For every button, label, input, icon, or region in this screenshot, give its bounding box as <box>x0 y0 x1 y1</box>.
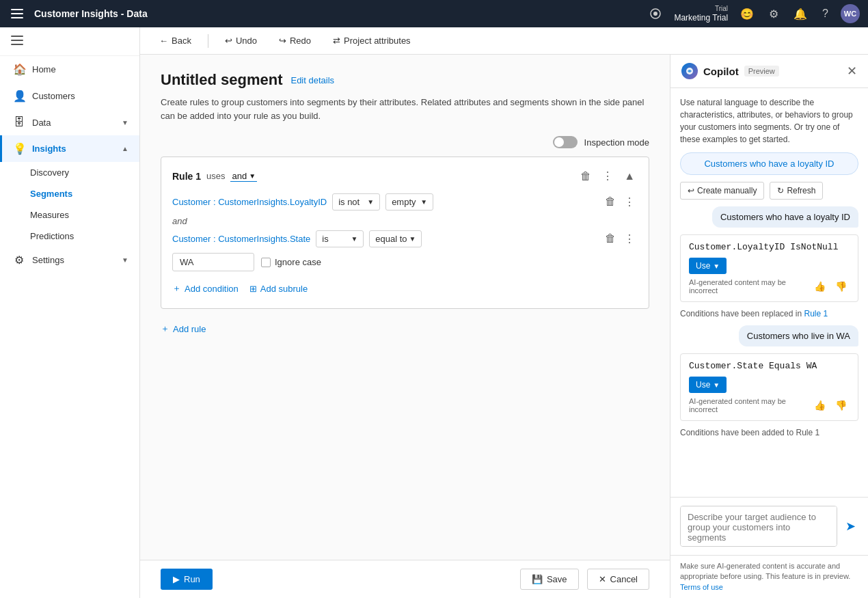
copilot-close-button[interactable]: ✕ <box>847 64 857 79</box>
back-button[interactable]: ← Back <box>154 33 197 49</box>
avatar[interactable]: WC <box>841 4 860 23</box>
op-chevron-2: ▼ <box>351 235 357 243</box>
sidebar-sub-discovery[interactable]: Discovery <box>30 162 139 183</box>
undo-icon: ↩ <box>225 36 232 46</box>
smiley-icon[interactable]: 😊 <box>737 5 757 23</box>
condition-2-val[interactable]: equal to ▼ <box>369 230 422 247</box>
copilot-chip-loyalty[interactable]: Customers who have a loyalty ID <box>680 152 858 175</box>
val-chevron-1: ▼ <box>420 198 427 206</box>
insights-sub-menu: Discovery Segments Measures Predictions <box>0 162 139 247</box>
svg-rect-1 <box>11 13 23 14</box>
redo-button[interactable]: ↪ Redo <box>273 33 316 49</box>
add-rule-plus-icon: ＋ <box>161 323 169 335</box>
rule-collapse-icon[interactable]: ▲ <box>621 169 638 184</box>
rule-link-1[interactable]: Rule 1 <box>804 309 828 318</box>
thumbs-up-2[interactable]: 👍 <box>811 398 828 412</box>
add-subrule-icon: ⊞ <box>249 284 257 294</box>
copilot-send-button[interactable]: ➤ <box>843 516 858 536</box>
ai-code-1: Customer.LoyaltyID IsNotNull <box>689 242 850 252</box>
hamburger-icon[interactable] <box>8 6 26 21</box>
settings-expand-icon: ▼ <box>122 256 128 264</box>
sidebar-sub-measures[interactable]: Measures <box>30 204 139 226</box>
ignore-case-row: Ignore case <box>261 257 321 267</box>
condition-1-op[interactable]: is not ▼ <box>332 193 380 210</box>
thumbs-down-1[interactable]: 👎 <box>832 280 850 293</box>
val-chevron-2: ▼ <box>409 235 416 243</box>
ai-code-2: Customer.State Equals WA <box>689 361 850 371</box>
sidebar-item-insights[interactable]: 💡 Insights ▲ <box>0 135 139 162</box>
cortana-icon[interactable] <box>647 5 664 23</box>
inspection-toggle[interactable] <box>553 136 578 148</box>
sidebar-sub-segments[interactable]: Segments <box>30 183 139 204</box>
sidebar-item-home[interactable]: 🏠 Home <box>0 56 139 83</box>
condition-1-val[interactable]: empty ▼ <box>385 193 433 210</box>
project-attributes-button[interactable]: ⇄ Project attributes <box>327 33 416 49</box>
redo-icon: ↪ <box>279 36 286 46</box>
use-button-1[interactable]: Use ▼ <box>689 258 727 274</box>
copilot-input[interactable] <box>680 506 837 547</box>
user-message-1: Customers who have a loyalty ID <box>712 206 858 228</box>
sidebar-item-customers[interactable]: 👤 Customers <box>0 83 139 109</box>
sidebar-sub-predictions[interactable]: Predictions <box>30 226 139 247</box>
rule-header-actions: 🗑 ⋮ ▲ <box>578 168 638 184</box>
condition-1-delete-icon[interactable]: 🗑 <box>602 194 619 210</box>
sidebar-hamburger[interactable] <box>0 27 139 56</box>
add-condition-plus-icon: ＋ <box>172 282 181 295</box>
sidebar-item-home-label: Home <box>32 64 56 74</box>
condition-1-field[interactable]: Customer : CustomerInsights.LoyaltyID <box>172 197 327 207</box>
cancel-button[interactable]: ✕ Cancel <box>587 569 649 590</box>
copilot-panel: Copilot Preview ✕ Use natural language t… <box>670 55 868 598</box>
help-icon[interactable]: ? <box>819 5 831 23</box>
content-copilot-row: Untitled segment Edit details Create rul… <box>140 55 868 598</box>
add-subrule-button[interactable]: ⊞ Add subrule <box>249 281 308 297</box>
rule-operator-dropdown[interactable]: and ▼ <box>230 171 257 182</box>
thumbs-up-1[interactable]: 👍 <box>811 280 828 293</box>
condition-1-more-icon[interactable]: ⋮ <box>621 194 638 210</box>
edit-details-link[interactable]: Edit details <box>290 75 334 85</box>
use-chevron-2: ▼ <box>713 381 720 389</box>
svg-rect-5 <box>11 36 23 37</box>
ignore-case-checkbox[interactable] <box>261 258 271 267</box>
back-arrow-icon: ← <box>159 36 168 46</box>
sidebar-item-settings[interactable]: ⚙ Settings ▼ <box>0 247 139 273</box>
value-input[interactable] <box>172 253 254 271</box>
app-body: 🏠 Home 👤 Customers 🗄 Data ▼ 💡 Insights ▲… <box>0 27 868 598</box>
save-button[interactable]: 💾 Save <box>520 569 579 590</box>
run-button[interactable]: ▶ Run <box>161 569 213 590</box>
rule-more-icon[interactable]: ⋮ <box>599 168 616 184</box>
topbar: Customer Insights - Data Trial Marketing… <box>0 0 868 27</box>
sidebar: 🏠 Home 👤 Customers 🗄 Data ▼ 💡 Insights ▲… <box>0 27 140 598</box>
create-manually-button[interactable]: ↩ Create manually <box>680 182 764 200</box>
create-manually-icon: ↩ <box>688 186 694 195</box>
ai-card-2-feedback: AI-generated content may be incorrect 👍 … <box>689 397 850 413</box>
condition-2-delete-icon[interactable]: 🗑 <box>602 231 619 247</box>
user-message-1-container: Customers who have a loyalty ID <box>680 206 858 228</box>
copilot-actions: ↩ Create manually ↻ Refresh <box>680 182 858 200</box>
condition-2-field[interactable]: Customer : CustomerInsights.State <box>172 234 310 244</box>
customers-icon: 👤 <box>13 90 25 103</box>
svg-rect-0 <box>11 9 23 10</box>
rule-delete-icon[interactable]: 🗑 <box>578 169 594 184</box>
condition-row-1: Customer : CustomerInsights.LoyaltyID is… <box>172 193 638 210</box>
undo-button[interactable]: ↩ Undo <box>219 33 262 49</box>
condition-2-op[interactable]: is ▼ <box>316 230 364 247</box>
settings-nav-icon: ⚙ <box>13 254 25 267</box>
notifications-icon[interactable]: 🔔 <box>791 5 810 23</box>
terms-of-use-link[interactable]: Terms of use <box>680 583 723 591</box>
settings-icon[interactable]: ⚙ <box>766 5 781 23</box>
refresh-button[interactable]: ↻ Refresh <box>770 182 823 200</box>
copilot-header: Copilot Preview ✕ <box>670 55 868 88</box>
add-condition-button[interactable]: ＋ Add condition <box>172 280 239 297</box>
sidebar-item-customers-label: Customers <box>32 91 75 101</box>
cancel-icon: ✕ <box>599 574 606 584</box>
svg-rect-2 <box>11 17 23 18</box>
and-label: and <box>172 216 638 226</box>
add-rule-button[interactable]: ＋ Add rule <box>161 320 206 338</box>
condition-2-more-icon[interactable]: ⋮ <box>621 231 638 247</box>
svg-rect-7 <box>11 44 23 45</box>
condition-row-2: Customer : CustomerInsights.State is ▼ e… <box>172 230 638 247</box>
use-button-2[interactable]: Use ▼ <box>689 377 727 393</box>
refresh-icon: ↻ <box>777 186 784 195</box>
thumbs-down-2[interactable]: 👎 <box>832 398 850 412</box>
sidebar-item-data[interactable]: 🗄 Data ▼ <box>0 109 139 135</box>
